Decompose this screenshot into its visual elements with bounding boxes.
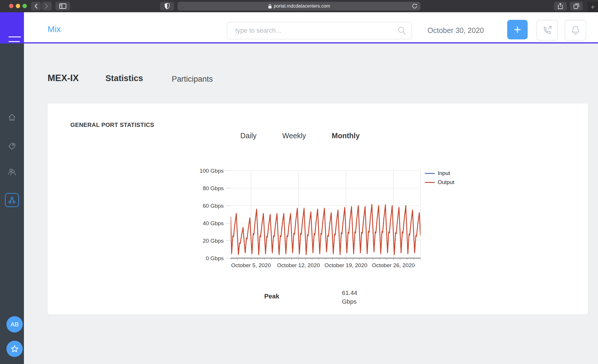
application-window: portal.mdcdatacenters.com +	[0, 0, 598, 364]
svg-text:60 Gbps: 60 Gbps	[203, 203, 224, 209]
add-button[interactable]: +	[507, 20, 528, 39]
svg-text:October 5, 2020: October 5, 2020	[231, 262, 271, 268]
peak-value-unit: Gbps	[342, 297, 357, 306]
tabs-overview-icon	[573, 3, 579, 9]
legend-input-label: Input	[438, 170, 450, 176]
sidebar-item-tags[interactable]	[8, 142, 16, 150]
new-tab-plus-label: +	[591, 3, 595, 11]
chart-legend: Input Output	[425, 170, 454, 186]
svg-text:20 Gbps: 20 Gbps	[203, 238, 224, 244]
avatar[interactable]: AB	[6, 316, 23, 332]
browser-sidebar-toggle-button[interactable]	[55, 2, 70, 10]
browser-share-button[interactable]	[554, 2, 567, 10]
svg-text:October 19, 2020: October 19, 2020	[324, 262, 367, 268]
tab-participants[interactable]: Participants	[172, 75, 213, 84]
browser-chrome: portal.mdcdatacenters.com +	[0, 0, 598, 12]
menu-button[interactable]	[0, 12, 24, 43]
range-tab-monthly[interactable]: Monthly	[332, 132, 360, 140]
range-tabs: Daily Weekly Monthly	[240, 132, 360, 140]
hamburger-icon	[8, 36, 21, 37]
phone-outgoing-icon	[542, 25, 552, 35]
reload-button[interactable]	[412, 3, 418, 10]
current-date: October 30, 2020	[427, 26, 484, 35]
browser-back-button[interactable]	[31, 2, 41, 10]
svg-text:0 Gbps: 0 Gbps	[206, 255, 224, 261]
shield-icon	[165, 3, 170, 9]
legend-output-label: Output	[438, 179, 454, 186]
minimize-window-button[interactable]	[16, 4, 20, 8]
svg-text:October 26, 2020: October 26, 2020	[372, 262, 415, 268]
browser-new-tab-button[interactable]: +	[587, 2, 598, 12]
svg-text:40 Gbps: 40 Gbps	[203, 220, 224, 226]
brand-logo[interactable]: Mix	[48, 24, 61, 34]
url-text: portal.mdcdatacenters.com	[274, 4, 330, 9]
browser-tab-overview-button[interactable]	[570, 2, 583, 10]
svg-text:80 Gbps: 80 Gbps	[203, 185, 224, 191]
sidebar-toggle-icon	[59, 4, 66, 9]
privacy-shield-button[interactable]	[160, 2, 174, 10]
input-line-swatch	[425, 173, 435, 174]
search-input[interactable]	[235, 27, 397, 35]
favorites-button[interactable]	[6, 341, 23, 357]
peak-value-number: 61.44	[342, 288, 357, 297]
plus-icon: +	[514, 23, 521, 37]
legend-input: Input	[425, 170, 454, 176]
tab-statistics[interactable]: Statistics	[105, 74, 143, 83]
star-icon	[10, 344, 19, 354]
notifications-button[interactable]	[565, 20, 586, 41]
search-box	[227, 22, 412, 39]
svg-text:100 Gbps: 100 Gbps	[200, 168, 224, 174]
reload-icon	[412, 3, 418, 9]
range-tab-weekly[interactable]: Weekly	[282, 132, 306, 140]
sidebar-item-participants[interactable]	[8, 167, 16, 176]
chevron-right-icon	[45, 4, 48, 9]
call-button[interactable]	[536, 20, 558, 41]
header-accent-line	[0, 42, 598, 43]
traffic-line-chart: 0 Gbps20 Gbps40 Gbps60 Gbps80 Gbps100 Gb…	[175, 161, 461, 281]
chevron-left-icon	[34, 4, 38, 9]
avatar-initials: AB	[11, 321, 19, 328]
share-icon	[558, 3, 563, 9]
search-icon	[397, 26, 406, 35]
browser-forward-button[interactable]	[42, 2, 52, 10]
peak-value: 61.44 Gbps	[342, 288, 357, 306]
page-title: MEX-IX	[48, 73, 79, 83]
close-window-button[interactable]	[9, 4, 13, 8]
lock-icon	[268, 4, 272, 9]
legend-output: Output	[425, 179, 454, 186]
peak-label: Peak	[264, 293, 279, 300]
card-title: GENERAL PORT STATISTICS	[70, 122, 154, 128]
range-tab-daily[interactable]: Daily	[240, 132, 257, 140]
output-line-swatch	[425, 182, 435, 183]
sidebar: AB	[0, 43, 24, 364]
network-nodes-icon	[8, 196, 16, 204]
bell-icon	[571, 25, 580, 35]
browser-address-bar[interactable]: portal.mdcdatacenters.com	[178, 2, 420, 10]
zoom-window-button[interactable]	[22, 4, 27, 8]
sidebar-item-home[interactable]	[8, 113, 16, 122]
svg-text:October 12, 2020: October 12, 2020	[277, 262, 320, 268]
statistics-card: GENERAL PORT STATISTICS Daily Weekly Mon…	[48, 104, 588, 314]
